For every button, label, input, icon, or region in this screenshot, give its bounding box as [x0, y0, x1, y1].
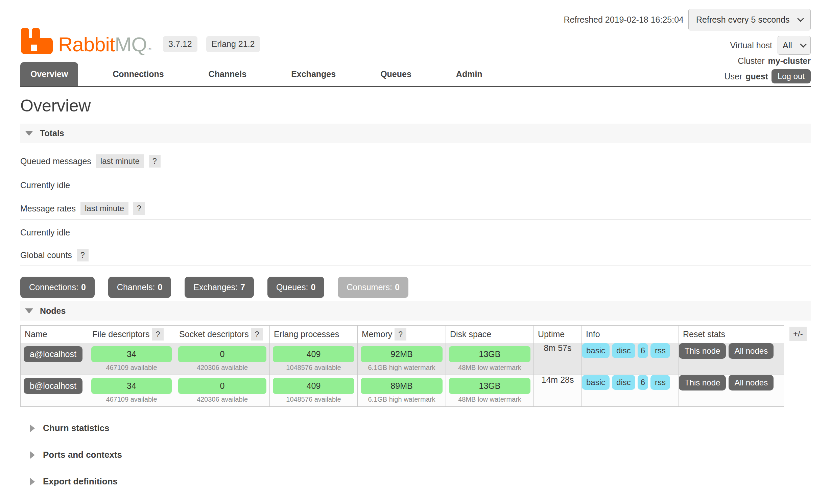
cluster-line: Cluster my-cluster — [738, 56, 811, 66]
disk-watermark-text: 48MB low watermark — [446, 363, 533, 375]
consumers-count-label: Consumers: — [347, 282, 392, 292]
refresh-interval-select[interactable]: Refresh every 5 seconds — [688, 9, 811, 30]
node-b-reset-cell: This nodeAll nodes — [679, 375, 784, 407]
ep-available-text: 1048576 available — [270, 363, 357, 375]
exchanges-count-label: Exchanges: — [193, 282, 238, 292]
ports-and-contexts-title: Ports and contexts — [43, 450, 122, 460]
message-rates-help-icon[interactable]: ? — [133, 202, 145, 215]
logout-button[interactable]: Log out — [771, 69, 811, 83]
memory-help-icon[interactable]: ? — [395, 328, 406, 341]
node-a-info-cell: basicdisc6rss — [582, 343, 679, 375]
col-socket-descriptors: Socket descriptors ? — [175, 326, 270, 343]
top-bar: RabbitMQ™ 3.7.12 Erlang 21.2 Refreshed 2… — [20, 0, 811, 55]
totals-section-header[interactable]: Totals — [20, 124, 811, 143]
node-a-name-badge[interactable]: a@localhost — [24, 346, 82, 362]
triangle-down-icon — [25, 308, 33, 313]
col-sd-label: Socket descriptors — [179, 329, 249, 339]
tab-connections[interactable]: Connections — [102, 62, 174, 86]
reset-all-nodes-button[interactable]: All nodes — [729, 343, 774, 359]
message-rates-header: Message rates last minute ? — [20, 202, 811, 220]
ports-and-contexts-section[interactable]: Ports and contexts — [20, 450, 811, 460]
column-selector-button[interactable]: +/- — [789, 327, 807, 341]
nav-row: Overview Connections Channels Exchanges … — [20, 56, 811, 86]
tab-exchanges[interactable]: Exchanges — [281, 62, 346, 86]
brand: RabbitMQ™ 3.7.12 Erlang 21.2 — [20, 9, 260, 55]
consumers-count-value: 0 — [395, 282, 400, 292]
node-b-memory-cell: 89MB 6.1GB high watermark — [358, 375, 446, 407]
col-name-label: Name — [25, 329, 47, 339]
refresh-interval-value: Refresh every 5 seconds — [696, 15, 790, 25]
col-name: Name — [21, 326, 88, 343]
queues-count-button[interactable]: Queues:0 — [267, 277, 324, 298]
info-badge-plugins-count: 6 — [638, 375, 648, 390]
user-name: guest — [745, 72, 768, 81]
col-disk-label: Disk space — [450, 329, 491, 339]
col-info-label: Info — [586, 329, 600, 339]
queued-messages-header: Queued messages last minute ? — [20, 154, 811, 172]
tab-overview[interactable]: Overview — [20, 62, 78, 86]
message-rates-period-badge[interactable]: last minute — [80, 202, 128, 215]
session-info: Cluster my-cluster User guest Log out — [724, 56, 811, 86]
global-counts-help-icon[interactable]: ? — [77, 249, 89, 261]
tab-channels[interactable]: Channels — [198, 62, 257, 86]
node-b-name-badge[interactable]: b@localhost — [24, 378, 82, 394]
consumers-count-button[interactable]: Consumers:0 — [338, 277, 408, 298]
reset-all-nodes-button[interactable]: All nodes — [729, 375, 774, 390]
tab-queues[interactable]: Queues — [370, 62, 422, 86]
connections-count-button[interactable]: Connections:0 — [20, 277, 95, 298]
triangle-down-icon — [25, 131, 33, 136]
queued-messages-help-icon[interactable]: ? — [149, 155, 161, 168]
triangle-right-icon — [30, 424, 35, 432]
cluster-label: Cluster — [738, 56, 764, 66]
tab-admin[interactable]: Admin — [446, 62, 493, 86]
memory-watermark-text: 6.1GB high watermark — [358, 395, 446, 406]
channels-count-label: Channels: — [117, 282, 155, 292]
nodes-section-title: Nodes — [40, 306, 66, 316]
node-a-ep-cell: 409 1048576 available — [270, 343, 358, 375]
col-fd-label: File descriptors — [92, 329, 150, 339]
col-reset-stats: Reset stats — [679, 326, 784, 343]
reset-this-node-button[interactable]: This node — [679, 343, 726, 359]
chevron-down-icon — [800, 41, 807, 48]
refresh-row: Refreshed 2019-02-18 16:25:04 Refresh ev… — [564, 9, 811, 30]
node-row-b: b@localhost 34 467109 available 0 420306… — [21, 375, 784, 407]
exchanges-count-button[interactable]: Exchanges:7 — [185, 277, 254, 298]
node-b-info-cell: basicdisc6rss — [582, 375, 679, 407]
cluster-name: my-cluster — [768, 56, 811, 66]
brand-trademark: ™ — [147, 47, 151, 52]
queues-count-value: 0 — [311, 282, 315, 292]
reset-this-node-button[interactable]: This node — [679, 375, 726, 390]
node-a-reset-cell: This nodeAll nodes — [679, 343, 784, 375]
churn-statistics-section[interactable]: Churn statistics — [20, 423, 811, 433]
version-badges: 3.7.12 Erlang 21.2 — [163, 36, 260, 52]
col-memory: Memory ? — [358, 326, 446, 343]
virtual-host-select[interactable]: All — [778, 36, 811, 55]
sd-help-icon[interactable]: ? — [251, 328, 263, 341]
connections-count-value: 0 — [81, 282, 86, 292]
queued-messages-period-badge[interactable]: last minute — [96, 154, 144, 168]
triangle-right-icon — [30, 451, 35, 459]
queued-messages-label: Queued messages — [20, 156, 91, 166]
node-a-disk-cell: 13GB 48MB low watermark — [446, 343, 534, 375]
user-line: User guest Log out — [724, 69, 811, 83]
queued-messages-status: Currently idle — [20, 180, 811, 190]
export-definitions-section[interactable]: Export definitions — [20, 476, 811, 487]
nodes-section-header[interactable]: Nodes — [20, 301, 811, 321]
sd-usage-bar: 0 — [178, 346, 266, 362]
fd-available-text: 467109 available — [88, 395, 175, 406]
channels-count-button[interactable]: Channels:0 — [108, 277, 171, 298]
global-counts-row: Connections:0 Channels:0 Exchanges:7 Que… — [20, 277, 811, 298]
fd-help-icon[interactable]: ? — [152, 328, 164, 341]
disk-usage-bar: 13GB — [449, 346, 530, 362]
export-definitions-title: Export definitions — [43, 476, 118, 487]
nodes-table: Name File descriptors ? Socket descripto… — [20, 325, 784, 407]
brand-wordmark: RabbitMQ™ — [58, 34, 151, 55]
global-counts-label: Global counts — [20, 250, 72, 260]
collapsed-sections: Churn statistics Ports and contexts Expo… — [20, 423, 811, 504]
ep-usage-bar: 409 — [273, 346, 354, 362]
info-badge-disc: disc — [612, 375, 635, 390]
col-uptime-label: Uptime — [538, 329, 565, 339]
fd-usage-bar: 34 — [91, 378, 172, 394]
virtual-host-label: Virtual host — [730, 41, 772, 50]
ep-available-text: 1048576 available — [270, 395, 357, 406]
